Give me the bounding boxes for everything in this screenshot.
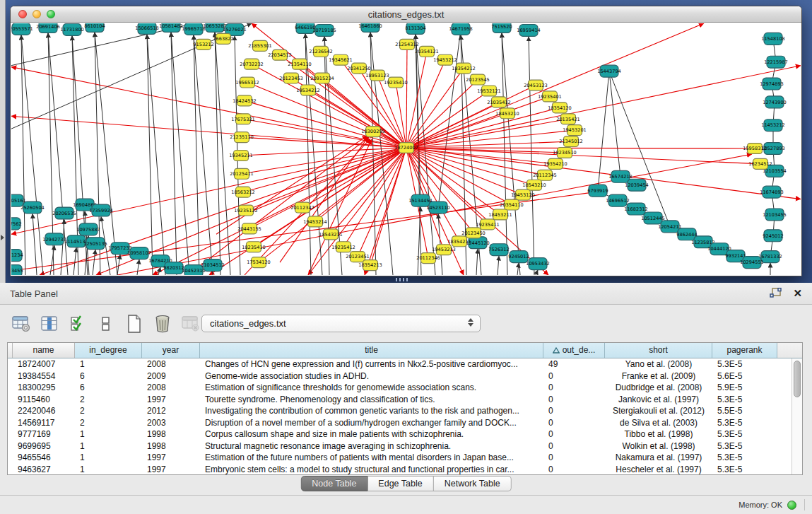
column-header-name[interactable]: name <box>13 343 75 358</box>
tab-network-table[interactable]: Network Table <box>434 476 512 491</box>
cell-pagerank[interactable]: 5.3E-5 <box>712 428 777 440</box>
cell-out-degree[interactable]: 0 <box>543 428 605 440</box>
column-visibility-icon[interactable] <box>40 315 59 334</box>
cell-out-degree[interactable]: 0 <box>543 405 605 417</box>
cell-name[interactable]: 9465546 <box>13 452 75 464</box>
network-canvas[interactable]: 2055357120691406117318008610104150665181… <box>11 23 801 275</box>
close-panel-icon[interactable]: ✕ <box>793 287 802 300</box>
cell-in-degree[interactable]: 1 <box>75 358 142 370</box>
cell-pagerank[interactable]: 5.3E-5 <box>712 440 777 452</box>
table-row[interactable]: 911546021997Tourette syndrome. Phenomeno… <box>8 394 791 406</box>
cell-name[interactable]: 9777169 <box>13 428 75 440</box>
table-row[interactable]: 969969511998Structural magnetic resonanc… <box>8 440 791 452</box>
cell-title[interactable]: Structural magnetic resonance image aver… <box>200 440 543 452</box>
cell-out-degree[interactable]: 0 <box>543 417 605 429</box>
table-row[interactable]: 1456911722003Disruption of a novel membe… <box>8 417 791 429</box>
cell-title[interactable]: Investigating the contribution of common… <box>200 405 543 417</box>
cell-short[interactable]: Stergiakouli et al. (2012) <box>605 405 712 417</box>
cell-short[interactable]: Nakamura et al. (1997) <box>605 452 712 464</box>
cell-title[interactable]: Tourette syndrome. Phenomenology and cla… <box>200 394 543 406</box>
cell-in-degree[interactable]: 2 <box>75 405 142 417</box>
cell-title[interactable]: Estimation of the future numbers of pati… <box>200 452 543 464</box>
cell-out-degree[interactable]: 0 <box>543 382 605 394</box>
cell-short[interactable]: Franke et al. (2009) <box>605 370 712 382</box>
new-table-icon[interactable] <box>124 315 143 334</box>
cell-name[interactable]: 19384554 <box>13 370 75 382</box>
table-row[interactable]: 946554611997Estimation of the future num… <box>8 452 791 464</box>
cell-short[interactable]: Hescheler et al. (1997) <box>605 464 712 475</box>
cell-pagerank[interactable]: 5.3E-5 <box>712 417 777 429</box>
cell-pagerank[interactable]: 5.5E-5 <box>712 405 777 417</box>
cell-in-degree[interactable]: 1 <box>75 464 142 475</box>
cell-short[interactable]: Dudbridge et al. (2008) <box>605 382 712 394</box>
cell-year[interactable]: 2008 <box>142 358 200 370</box>
memory-status-indicator[interactable] <box>787 501 796 510</box>
tab-edge-table[interactable]: Edge Table <box>367 476 433 491</box>
cell-out-degree[interactable]: 0 <box>543 370 605 382</box>
cell-in-degree[interactable]: 1 <box>75 440 142 452</box>
cell-title[interactable]: Genome-wide association studies in ADHD. <box>200 370 543 382</box>
cell-year[interactable]: 1997 <box>142 464 200 475</box>
cell-out-degree[interactable]: 0 <box>543 452 605 464</box>
cell-name[interactable]: 14569117 <box>13 417 75 429</box>
cell-title[interactable]: Changes of HCN gene expression and I(f) … <box>200 358 543 370</box>
cell-name[interactable]: 9463627 <box>13 464 75 475</box>
cell-out-degree[interactable]: 49 <box>543 358 605 370</box>
column-header-out-degree[interactable]: out_de... <box>543 343 605 358</box>
cell-pagerank[interactable]: 5.3E-5 <box>712 358 777 370</box>
row-selection-icon[interactable] <box>68 315 87 334</box>
cell-out-degree[interactable]: 0 <box>543 440 605 452</box>
cell-title[interactable]: Corpus callosum shape and size in male p… <box>200 428 543 440</box>
cell-in-degree[interactable]: 6 <box>75 382 142 394</box>
delete-table-icon[interactable] <box>153 315 172 334</box>
split-pane-grip[interactable] <box>396 278 410 281</box>
cell-year[interactable]: 2008 <box>142 382 200 394</box>
table-settings-icon[interactable] <box>11 315 30 334</box>
cell-name[interactable]: 18300295 <box>13 382 75 394</box>
table-body[interactable]: 1872400712008Changes of HCN gene express… <box>8 358 791 474</box>
cell-pagerank[interactable]: 5.3E-5 <box>712 464 777 475</box>
cell-pagerank[interactable]: 5.3E-5 <box>712 452 777 464</box>
cell-year[interactable]: 1997 <box>142 452 200 464</box>
cell-year[interactable]: 1998 <box>142 428 200 440</box>
cell-year[interactable]: 2012 <box>142 405 200 417</box>
table-row[interactable]: 1830029562008Estimation of significance … <box>8 382 791 394</box>
cell-pagerank[interactable]: 5.3E-5 <box>712 394 777 406</box>
column-header-year[interactable]: year <box>142 343 200 358</box>
window-titlebar[interactable]: citations_edges.txt <box>11 6 801 23</box>
cell-name[interactable]: 18724007 <box>13 358 75 370</box>
column-header-pagerank[interactable]: pagerank <box>712 343 777 358</box>
panel-collapse-arrow-icon[interactable] <box>1 235 4 240</box>
cell-name[interactable]: 9115460 <box>13 394 75 406</box>
cell-short[interactable]: Tibbo et al. (1998) <box>605 428 712 440</box>
table-row[interactable]: 946362711997Embryonic stem cells: a mode… <box>8 464 791 475</box>
cell-title[interactable]: Disruption of a novel member of a sodium… <box>200 417 543 429</box>
cell-in-degree[interactable]: 2 <box>75 394 142 406</box>
cell-in-degree[interactable]: 2 <box>75 417 142 429</box>
cell-name[interactable]: 9699695 <box>13 440 75 452</box>
cell-name[interactable]: 22420046 <box>13 405 75 417</box>
cell-in-degree[interactable]: 1 <box>75 452 142 464</box>
cell-short[interactable]: Yano et al. (2008) <box>605 358 712 370</box>
cell-out-degree[interactable]: 0 <box>543 464 605 475</box>
column-header-short[interactable]: short <box>605 343 712 358</box>
cell-short[interactable]: Wolkin et al. (1998) <box>605 440 712 452</box>
table-row[interactable]: 2242004622012Investigating the contribut… <box>8 405 791 417</box>
cell-pagerank[interactable]: 5.9E-5 <box>712 382 777 394</box>
cell-title[interactable]: Estimation of significance thresholds fo… <box>200 382 543 394</box>
float-panel-icon[interactable] <box>770 288 782 299</box>
table-row[interactable]: 1872400712008Changes of HCN gene express… <box>8 358 791 370</box>
table-row[interactable]: 977716911998Corpus callosum shape and si… <box>8 428 791 440</box>
cell-title[interactable]: Embryonic stem cells: a model to study s… <box>200 464 543 475</box>
cell-year[interactable]: 1997 <box>142 394 200 406</box>
scrollbar-thumb[interactable] <box>794 361 801 397</box>
control-panel-edge[interactable] <box>0 0 6 283</box>
column-header-in-degree[interactable]: in_degree <box>75 343 142 358</box>
tab-node-table[interactable]: Node Table <box>300 476 367 491</box>
column-header-title[interactable]: title <box>200 343 543 358</box>
cell-out-degree[interactable]: 0 <box>543 394 605 406</box>
cell-pagerank[interactable]: 5.6E-5 <box>712 370 777 382</box>
cell-year[interactable]: 2009 <box>142 370 200 382</box>
table-vertical-scrollbar[interactable] <box>792 358 802 474</box>
table-row[interactable]: 1938455462009Genome-wide association stu… <box>8 370 791 382</box>
